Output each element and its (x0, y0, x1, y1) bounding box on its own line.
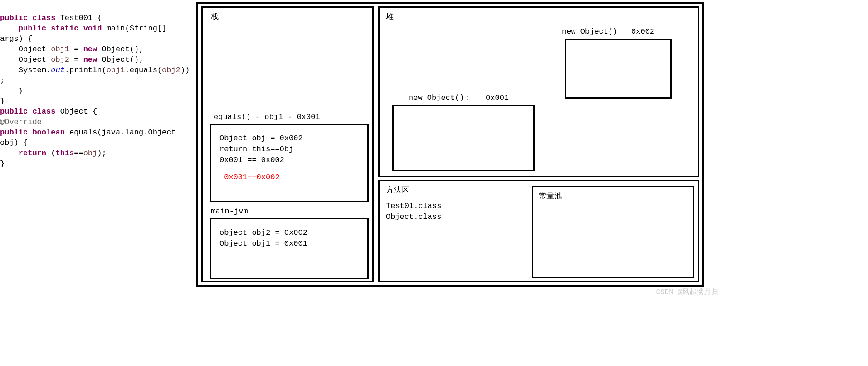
paren: ( (46, 149, 55, 158)
kw-static: static (51, 24, 78, 33)
constant-pool-panel: 常量池 (532, 186, 694, 278)
eq: = (69, 55, 83, 64)
kw-public: public (0, 128, 28, 137)
method-area-panel: 方法区 Test01.class Object.class 常量池 (378, 180, 699, 282)
brace: { (93, 14, 102, 22)
code-text: )) (180, 66, 190, 74)
method-area-line: Test01.class (386, 201, 441, 212)
equals-line: return this==Obj (219, 144, 293, 155)
code-text: .println( (65, 66, 107, 74)
heap-title: 堆 (386, 12, 394, 23)
main-line: object obj2 = 0x002 (219, 228, 307, 238)
kw-return: return (19, 149, 46, 158)
main-frame-header: main-jvm (211, 207, 248, 217)
var-obj1: obj1 (51, 45, 69, 54)
code-text: System. (19, 66, 51, 74)
kw-new: new (83, 55, 98, 64)
code-panel: public class Test001 { public static voi… (0, 3, 191, 180)
main-stack-frame: object obj2 = 0x002 Object obj1 = 0x001 (210, 218, 369, 279)
param-args: args) { (0, 35, 32, 43)
root: public class Test001 { public static voi… (0, 0, 868, 366)
semicolon: ; (0, 76, 5, 85)
ctor: Object(); (97, 55, 143, 64)
equals-line: Object obj = 0x002 (219, 134, 303, 144)
op-eq: == (74, 149, 83, 158)
stack-panel: 栈 equals() - obj1 - 0x001 Object obj = 0… (201, 6, 374, 282)
kw-class: class (32, 14, 55, 22)
watermark: CSDN @风起携月归 (656, 288, 718, 298)
stack-title: 栈 (211, 12, 219, 23)
field-out: out (51, 66, 65, 74)
method-main: main (107, 24, 125, 33)
brace: } (0, 97, 5, 105)
heap-obj2-label: new Object() 0x002 (562, 27, 654, 37)
method-area-line: Object.class (386, 212, 441, 223)
var-obj2: obj2 (51, 55, 69, 64)
heap-object-0x001 (392, 105, 535, 171)
method-area-title: 方法区 (386, 186, 409, 196)
paren: ); (97, 149, 106, 158)
param-obj: obj) { (0, 138, 28, 147)
kw-public: public (19, 24, 46, 33)
kw-new: new (83, 45, 98, 54)
var-obj1: obj1 (107, 66, 125, 74)
classname-test001: Test001 (60, 14, 93, 22)
constant-pool-title: 常量池 (539, 192, 562, 202)
main-line: Object obj1 = 0x001 (219, 239, 307, 249)
heap-panel: 堆 new Object() 0x002 new Object()： 0x001 (378, 6, 699, 177)
var-obj2: obj2 (162, 66, 180, 74)
classname-object: Object { (60, 107, 98, 116)
brace: } (0, 159, 5, 168)
ctor: Object(); (97, 45, 143, 54)
kw-class: class (32, 107, 55, 116)
type-object: Object (19, 45, 46, 54)
equals-stack-frame: Object obj = 0x002 return this==Obj 0x00… (210, 124, 369, 202)
equals-result-line: 0x001==0x002 (219, 173, 280, 183)
var-obj: obj (83, 149, 98, 158)
annotation-override: @Override (0, 118, 42, 126)
code-text: .equals( (125, 66, 162, 74)
heap-obj1-label: new Object()： 0x001 (409, 93, 509, 104)
type-string: String (130, 24, 157, 33)
jvm-diagram: 栈 equals() - obj1 - 0x001 Object obj = 0… (196, 2, 704, 287)
brace: } (0, 87, 23, 95)
kw-public: public (0, 107, 28, 116)
kw-void: void (83, 24, 102, 33)
kw-boolean: boolean (32, 128, 64, 137)
equals-frame-header: equals() - obj1 - 0x001 (214, 112, 320, 123)
kw-public: public (0, 14, 28, 22)
eq: = (69, 45, 83, 54)
heap-object-0x002 (565, 39, 672, 99)
method-equals: equals(java.lang.Object (69, 128, 180, 137)
equals-line: 0x001 == 0x002 (219, 155, 284, 166)
type-object: Object (19, 55, 46, 64)
kw-this: this (55, 149, 74, 158)
